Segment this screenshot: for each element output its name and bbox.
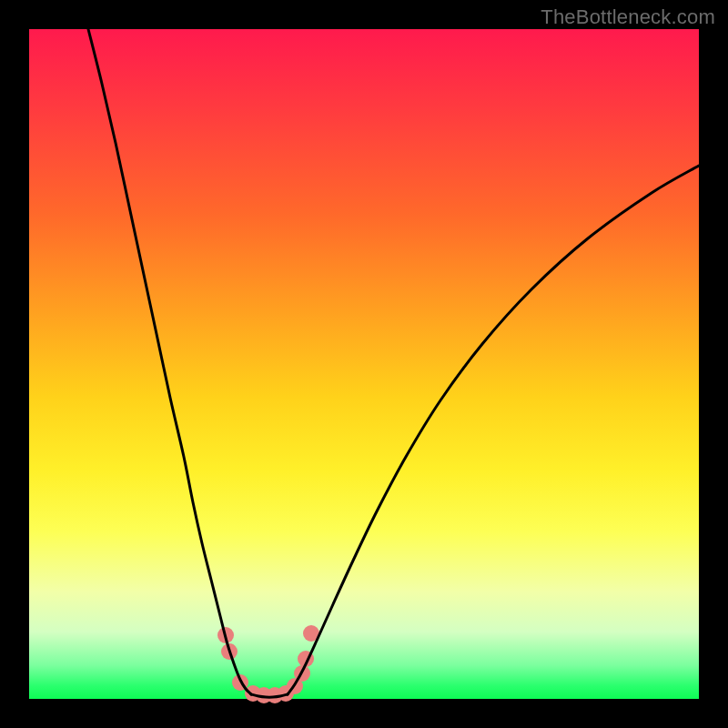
curve-layer bbox=[29, 29, 699, 699]
series-left-branch bbox=[88, 29, 251, 694]
chart-frame: TheBottleneck.com bbox=[0, 0, 728, 728]
watermark-label: TheBottleneck.com bbox=[541, 5, 715, 29]
plot-area bbox=[29, 29, 699, 699]
line-layer bbox=[88, 29, 699, 697]
series-right-branch bbox=[288, 166, 699, 694]
